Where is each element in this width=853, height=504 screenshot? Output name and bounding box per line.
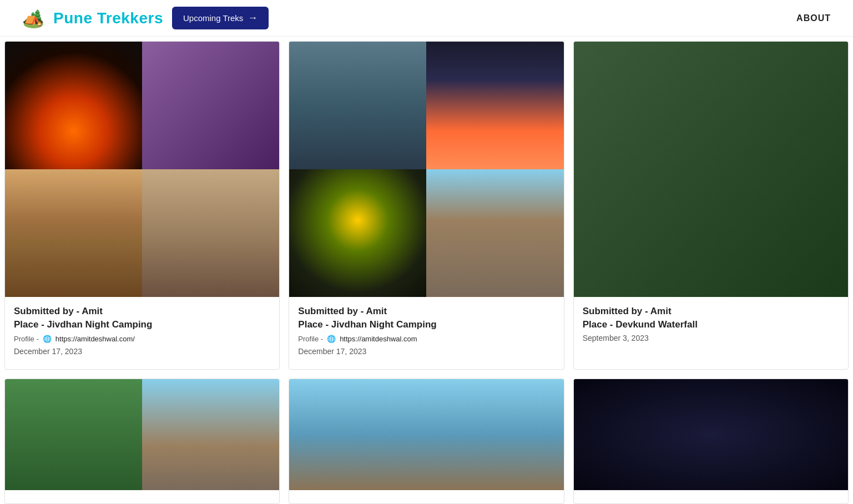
date-3: September 3, 2023 <box>583 334 839 342</box>
photo-grid-2 <box>289 42 563 297</box>
globe-icon-1: 🌐 <box>42 334 52 344</box>
place-1: Place - Jivdhan Night Camping <box>14 319 270 330</box>
photo-selfie <box>289 42 426 169</box>
profile-url-2[interactable]: https://amitdeshwal.com <box>340 335 417 343</box>
gallery-card-5 <box>289 379 564 504</box>
photo-group-sitting <box>142 169 279 297</box>
profile-link-1: Profile - 🌐 https://amitdeshwal.com/ <box>14 334 270 344</box>
photo-rockclimb <box>426 169 563 297</box>
logo-icon: 🏕️ <box>22 8 44 29</box>
gallery-card-1: Submitted by - Amit Place - Jivdhan Nigh… <box>4 41 280 370</box>
profile-label-2: Profile - <box>298 335 323 343</box>
submitted-by-3: Submitted by - Amit <box>583 306 839 317</box>
photo-forest-sign <box>5 379 142 490</box>
photo-campfire <box>5 42 142 169</box>
profile-url-1[interactable]: https://amitdeshwal.com/ <box>55 335 135 343</box>
profile-link-2: Profile - 🌐 https://amitdeshwal.com <box>298 334 554 344</box>
card-1-info: Submitted by - Amit Place - Jivdhan Nigh… <box>5 297 279 356</box>
place-2: Place - Jivdhan Night Camping <box>298 319 554 330</box>
date-2: December 17, 2023 <box>298 347 554 356</box>
gallery-card-6 <box>573 379 849 504</box>
photo-bus <box>574 42 848 297</box>
about-link[interactable]: ABOUT <box>796 13 831 23</box>
photo-cards <box>142 42 279 169</box>
site-header: 🏕️ Pune Trekkers Upcoming Treks → ABOUT <box>0 0 853 37</box>
card-2-info: Submitted by - Amit Place - Jivdhan Nigh… <box>289 297 563 356</box>
photo-rocky-sign <box>142 379 279 490</box>
photo-starsky <box>574 379 848 490</box>
gallery-card-3: Submitted by - Amit Place - Devkund Wate… <box>573 41 849 370</box>
place-3: Place - Devkund Waterfall <box>583 319 839 330</box>
date-1: December 17, 2023 <box>14 347 270 356</box>
photo-grid-1 <box>5 42 279 297</box>
photo-blue-mountain <box>289 379 563 490</box>
card-3-info: Submitted by - Amit Place - Devkund Wate… <box>574 297 848 342</box>
header-left: 🏕️ Pune Trekkers Upcoming Treks → <box>22 7 269 29</box>
arrow-icon: → <box>248 12 258 24</box>
submitted-by-2: Submitted by - Amit <box>298 306 554 317</box>
profile-label-1: Profile - <box>14 335 39 343</box>
logo-text: Pune Trekkers <box>53 9 163 27</box>
gallery-card-4 <box>4 379 280 504</box>
photo-torch <box>289 169 426 297</box>
gallery-grid: Submitted by - Amit Place - Jivdhan Nigh… <box>0 37 853 504</box>
globe-icon-2: 🌐 <box>326 334 336 344</box>
photo-sunset <box>426 42 563 169</box>
upcoming-treks-label: Upcoming Treks <box>183 13 243 23</box>
submitted-by-1: Submitted by - Amit <box>14 306 270 317</box>
gallery-card-2: Submitted by - Amit Place - Jivdhan Nigh… <box>289 41 564 370</box>
photo-tent <box>5 169 142 297</box>
photo-grid-4 <box>5 379 279 490</box>
upcoming-treks-button[interactable]: Upcoming Treks → <box>172 7 269 29</box>
